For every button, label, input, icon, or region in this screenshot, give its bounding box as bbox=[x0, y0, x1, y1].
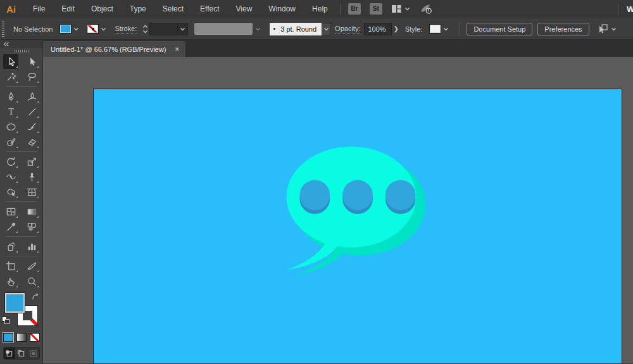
style-control[interactable] bbox=[429, 23, 450, 34]
tools-grid: T bbox=[0, 54, 42, 289]
tools-panel-header[interactable] bbox=[0, 40, 42, 48]
none-button[interactable] bbox=[30, 333, 40, 342]
mesh-tool[interactable] bbox=[3, 204, 18, 219]
workspace-switcher[interactable] bbox=[391, 4, 410, 14]
opacity-field[interactable]: 100% bbox=[364, 23, 392, 35]
style-swatch[interactable] bbox=[429, 24, 441, 34]
menu-object[interactable]: Object bbox=[83, 0, 122, 18]
canvas-area[interactable] bbox=[43, 57, 633, 363]
paintbrush-tool[interactable] bbox=[24, 119, 39, 134]
variable-width-profile-dropdown bbox=[194, 23, 253, 35]
stroke-weight-field[interactable] bbox=[149, 23, 178, 35]
stroke-none-swatch[interactable] bbox=[87, 24, 99, 34]
fill-color-control[interactable] bbox=[60, 23, 80, 34]
control-bar: No Selection Stroke: bbox=[0, 18, 633, 40]
puppet-warp-tool[interactable] bbox=[24, 169, 39, 184]
column-graph-tool[interactable] bbox=[24, 239, 39, 254]
slice-icon bbox=[27, 261, 37, 272]
brush-definition-chevron[interactable] bbox=[322, 23, 331, 35]
menu-window[interactable]: Window bbox=[260, 0, 304, 18]
zoom-tool[interactable] bbox=[24, 273, 39, 289]
workspace-switcher-icon bbox=[391, 4, 402, 14]
document-setup-button[interactable]: Document Setup bbox=[467, 23, 532, 35]
bubble-dot[interactable] bbox=[299, 180, 330, 210]
bubble-dot[interactable] bbox=[385, 180, 416, 210]
slice-tool[interactable] bbox=[24, 258, 39, 273]
scale-tool[interactable] bbox=[24, 154, 39, 169]
gpu-performance-icon[interactable] bbox=[419, 3, 433, 15]
symbol-sprayer-tool[interactable] bbox=[3, 239, 18, 254]
eraser-tool[interactable] bbox=[24, 134, 39, 149]
lasso-tool[interactable] bbox=[24, 69, 39, 84]
fill-dropdown-button[interactable] bbox=[72, 23, 80, 34]
menu-select[interactable]: Select bbox=[154, 0, 192, 18]
selection-options-control[interactable] bbox=[597, 23, 617, 34]
shape-builder-icon bbox=[6, 187, 16, 198]
pen-tool[interactable] bbox=[3, 89, 18, 104]
selection-tool[interactable] bbox=[3, 54, 18, 69]
tools-panel-grip[interactable] bbox=[0, 48, 42, 54]
fill-color-indicator[interactable] bbox=[4, 292, 25, 313]
magic-wand-tool[interactable] bbox=[3, 69, 18, 84]
menu-view[interactable]: View bbox=[228, 0, 261, 18]
collapse-panel-icon bbox=[3, 42, 9, 47]
hand-tool[interactable] bbox=[3, 273, 18, 289]
stroke-dropdown-button[interactable] bbox=[99, 23, 108, 34]
illustrator-window: Ai File Edit Object Type Select Effect V… bbox=[0, 0, 633, 363]
eyedropper-tool[interactable] bbox=[3, 219, 18, 234]
stroke-color-control[interactable] bbox=[87, 23, 108, 34]
rotate-icon bbox=[6, 156, 16, 167]
workspace-label-partial: W bbox=[627, 4, 633, 14]
selection-status: No Selection bbox=[13, 25, 53, 33]
draw-normal-mode[interactable] bbox=[4, 348, 16, 359]
swap-fill-stroke-icon[interactable] bbox=[31, 291, 40, 303]
fill-swatch[interactable] bbox=[60, 24, 72, 34]
menu-file[interactable]: File bbox=[25, 0, 53, 18]
puppet-warp-icon bbox=[27, 172, 37, 182]
menu-effect[interactable]: Effect bbox=[192, 0, 227, 18]
gradient-button[interactable] bbox=[16, 333, 27, 342]
drawing-modes bbox=[3, 347, 40, 360]
color-button[interactable] bbox=[3, 333, 13, 342]
opacity-flyout-arrow[interactable]: ❯ bbox=[393, 25, 398, 32]
direct-selection-tool[interactable] bbox=[24, 54, 39, 69]
preferences-button[interactable]: Preferences bbox=[537, 23, 589, 35]
stock-button[interactable]: St bbox=[370, 3, 382, 15]
menu-help[interactable]: Help bbox=[304, 0, 336, 18]
scale-icon bbox=[27, 156, 37, 167]
stroke-weight-dropdown[interactable] bbox=[178, 23, 188, 35]
brush-definition-dropdown[interactable]: 3 pt. Round bbox=[270, 23, 322, 35]
curvature-tool[interactable] bbox=[24, 89, 39, 104]
stepper-down-icon bbox=[142, 30, 148, 34]
app-logo[interactable]: Ai bbox=[6, 4, 16, 15]
menu-bar: Ai File Edit Object Type Select Effect V… bbox=[0, 0, 633, 18]
rotate-tool[interactable] bbox=[3, 154, 18, 169]
line-segment-tool[interactable] bbox=[24, 104, 39, 119]
menu-edit[interactable]: Edit bbox=[53, 0, 83, 18]
artboard-tool[interactable] bbox=[3, 258, 18, 273]
ellipse-tool[interactable] bbox=[3, 119, 18, 134]
default-fill-stroke-icon[interactable] bbox=[2, 317, 9, 324]
control-bar-divider bbox=[460, 22, 460, 36]
width-tool[interactable] bbox=[3, 169, 18, 184]
shape-builder-tool[interactable] bbox=[3, 184, 18, 199]
bridge-button[interactable]: Br bbox=[348, 3, 361, 15]
artboard[interactable] bbox=[93, 89, 622, 363]
stroke-label[interactable]: Stroke: bbox=[115, 25, 137, 34]
speech-bubble-artwork[interactable] bbox=[94, 89, 622, 363]
perspective-grid-tool[interactable] bbox=[24, 184, 39, 199]
tab-close-button[interactable]: × bbox=[175, 46, 179, 53]
panel-grip[interactable] bbox=[2, 21, 4, 37]
document-tab[interactable]: Untitled-1* @ 66.67% (RGB/Preview) × bbox=[43, 41, 186, 57]
draw-behind-mode[interactable] bbox=[15, 348, 27, 359]
bubble-dot[interactable] bbox=[342, 180, 373, 210]
tools-panel: T bbox=[0, 40, 43, 363]
menu-type[interactable]: Type bbox=[122, 0, 154, 18]
stroke-weight-stepper[interactable] bbox=[142, 23, 149, 35]
blend-tool[interactable] bbox=[24, 219, 39, 234]
type-tool[interactable]: T bbox=[3, 104, 18, 119]
style-dropdown-button[interactable] bbox=[441, 23, 450, 34]
gradient-tool[interactable] bbox=[24, 204, 39, 219]
opacity-label[interactable]: Opacity: bbox=[335, 25, 360, 34]
shaper-tool[interactable] bbox=[3, 134, 18, 149]
